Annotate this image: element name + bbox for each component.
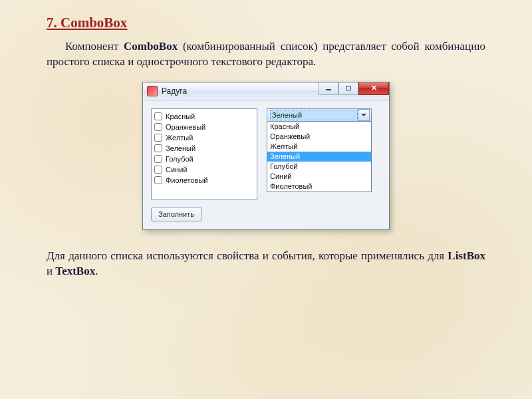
dropdown-item[interactable]: Зеленый <box>267 152 371 162</box>
textbox-term: TextBox <box>55 265 95 277</box>
close-button[interactable] <box>358 82 389 95</box>
combobox-dropdown-button[interactable] <box>358 109 370 121</box>
checklist-label: Голубой <box>166 155 194 163</box>
checkbox[interactable] <box>154 123 162 131</box>
dropdown-item[interactable]: Синий <box>267 172 371 182</box>
combobox-dropdown[interactable]: КрасныйОранжевыйЖелтыйЗеленыйГолубойСини… <box>267 122 372 192</box>
checklist-item[interactable]: Оранжевый <box>154 122 254 132</box>
checklist-label: Оранжевый <box>166 123 205 131</box>
checkbox[interactable] <box>154 176 162 184</box>
checklist-item[interactable]: Фиолетовый <box>154 175 254 186</box>
checklist-item[interactable]: Зеленый <box>154 143 254 154</box>
dropdown-item[interactable]: Фиолетовый <box>267 182 371 192</box>
minimize-button[interactable] <box>319 82 338 95</box>
dropdown-item[interactable]: Голубой <box>267 162 371 172</box>
checklist-item[interactable]: Красный <box>154 111 254 122</box>
dropdown-item[interactable]: Желтый <box>267 142 371 152</box>
checklist-label: Зеленый <box>166 144 196 152</box>
text: Для данного списка используются свойства… <box>47 249 448 262</box>
checklist-item[interactable]: Голубой <box>154 154 254 164</box>
maximize-button[interactable] <box>338 82 358 95</box>
combobox-selected[interactable]: Зеленый <box>270 110 358 120</box>
combobox-term: ComboBox <box>124 40 178 53</box>
checklist-label: Синий <box>166 166 187 174</box>
footer-paragraph: Для данного списка используются свойства… <box>47 249 485 279</box>
intro-paragraph: Компонент ComboBox (комбинированный спис… <box>47 39 485 70</box>
checkbox[interactable] <box>154 144 162 152</box>
text: . <box>95 265 98 277</box>
titlebar[interactable]: Радуга <box>143 82 389 100</box>
example-window: Радуга КрасныйОранжевыйЖелтыйЗеленыйГолу… <box>142 82 390 230</box>
checklist-label: Фиолетовый <box>166 176 207 184</box>
checkbox[interactable] <box>154 166 162 174</box>
checkbox[interactable] <box>154 155 162 163</box>
dropdown-item[interactable]: Красный <box>267 122 371 132</box>
checklist-item[interactable]: Синий <box>154 164 254 175</box>
combobox[interactable]: Зеленый <box>267 108 372 122</box>
checklist-item[interactable]: Желтый <box>154 132 254 143</box>
checkbox[interactable] <box>154 134 162 142</box>
app-icon <box>147 86 158 96</box>
listbox-term: ListBox <box>448 249 485 262</box>
window-title: Радуга <box>162 86 319 96</box>
checked-listbox[interactable]: КрасныйОранжевыйЖелтыйЗеленыйГолубойСини… <box>151 108 257 200</box>
text: и <box>47 265 55 277</box>
checkbox[interactable] <box>154 112 162 120</box>
fill-button[interactable]: Заполнить <box>151 207 201 221</box>
text: Компонент <box>65 40 124 53</box>
checklist-label: Красный <box>166 112 195 120</box>
section-heading: 7. ComboBox <box>47 15 485 31</box>
checklist-label: Желтый <box>166 134 193 142</box>
dropdown-item[interactable]: Оранжевый <box>267 132 371 142</box>
